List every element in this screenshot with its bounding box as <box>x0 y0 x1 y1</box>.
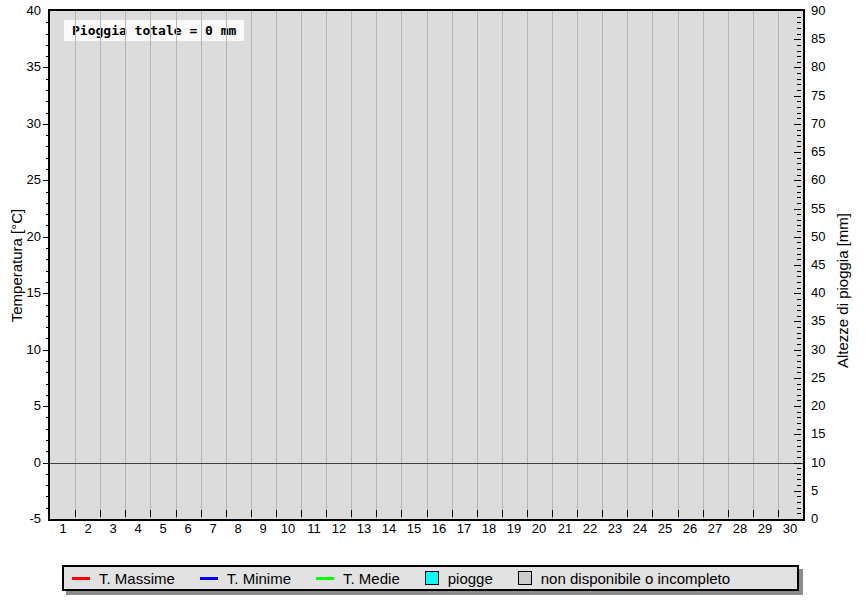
x-axis-tick <box>728 510 729 517</box>
right-axis-tick <box>797 56 801 57</box>
gridline <box>778 11 779 519</box>
gridline <box>201 11 202 519</box>
x-tick-label: 25 <box>652 521 678 536</box>
gridline <box>678 11 679 519</box>
right-axis-tick <box>797 231 801 232</box>
right-axis-tick <box>797 502 801 503</box>
right-axis-tick <box>797 51 801 52</box>
right-axis-tick <box>797 163 801 164</box>
y-right-tick-label: 0 <box>811 511 851 527</box>
gridline <box>150 11 151 519</box>
legend-label-piogge: piogge <box>448 570 493 587</box>
right-axis-tick <box>797 84 801 85</box>
left-axis-tick <box>46 282 50 283</box>
right-axis-tick <box>794 406 801 407</box>
x-axis-tick <box>401 510 402 517</box>
left-axis-tick <box>46 305 50 306</box>
right-axis-tick <box>797 299 801 300</box>
legend-swatch-non-disponibile <box>518 571 532 585</box>
right-axis-tick <box>797 485 801 486</box>
x-axis-tick <box>502 510 503 517</box>
x-axis-tick <box>678 510 679 517</box>
right-axis-tick <box>797 254 801 255</box>
y-left-tick-label: 10 <box>0 342 41 358</box>
left-axis-tick <box>46 192 50 193</box>
gridline <box>351 11 352 519</box>
x-tick-label: 11 <box>301 521 327 536</box>
x-tick-label: 18 <box>476 521 502 536</box>
left-axis-tick <box>46 271 50 272</box>
right-axis-tick <box>797 45 801 46</box>
right-axis-tick <box>797 508 801 509</box>
x-tick-label: 12 <box>326 521 352 536</box>
right-axis-tick <box>797 107 801 108</box>
right-axis-tick <box>797 355 801 356</box>
x-tick-label: 19 <box>501 521 527 536</box>
x-tick-label: 4 <box>125 521 151 536</box>
x-axis-tick <box>100 510 101 517</box>
legend: T. MassimeT. MinimeT. Mediepioggenon dis… <box>62 565 799 591</box>
x-axis-tick <box>125 510 126 517</box>
right-axis-tick <box>797 496 801 497</box>
left-axis-tick <box>46 22 50 23</box>
x-tick-label: 3 <box>100 521 126 536</box>
x-tick-label: 22 <box>577 521 603 536</box>
right-axis-tick <box>797 440 801 441</box>
y-left-tick-label: -5 <box>0 511 41 527</box>
left-axis-tick <box>46 90 50 91</box>
y-right-tick-label: 40 <box>811 285 851 301</box>
right-axis-tick <box>794 321 801 322</box>
gridline <box>502 11 503 519</box>
legend-item-t-minime: T. Minime <box>200 570 291 587</box>
x-tick-label: 8 <box>225 521 251 536</box>
left-axis-tick <box>46 338 50 339</box>
x-tick-label: 17 <box>451 521 477 536</box>
left-axis-tick <box>43 463 50 464</box>
left-axis-tick <box>46 34 50 35</box>
x-axis-tick <box>452 510 453 517</box>
gridline <box>176 11 177 519</box>
right-axis-tick <box>797 130 801 131</box>
legend-item-t-massime: T. Massime <box>72 570 175 587</box>
right-axis-tick <box>797 248 801 249</box>
left-axis-title: Temperatura [°C] <box>7 116 26 416</box>
y-right-tick-label: 45 <box>811 257 851 273</box>
zero-temperature-line <box>50 463 803 464</box>
gridline <box>427 11 428 519</box>
left-axis-tick <box>43 124 50 125</box>
x-axis-tick <box>652 510 653 517</box>
right-axis-tick <box>797 225 801 226</box>
y-right-tick-label: 10 <box>811 455 851 471</box>
right-axis-tick <box>797 62 801 63</box>
gridline <box>75 11 76 519</box>
gridline <box>577 11 578 519</box>
rain-total-annotation: Pioggia totale = 0 mm <box>64 20 244 41</box>
x-axis-tick <box>703 510 704 517</box>
right-axis-tick <box>797 417 801 418</box>
left-axis-tick <box>46 508 50 509</box>
left-axis-tick <box>46 101 50 102</box>
x-tick-label: 30 <box>777 521 803 536</box>
right-axis-tick <box>794 237 801 238</box>
x-axis-tick <box>577 510 578 517</box>
left-axis-tick <box>46 372 50 373</box>
right-axis-tick <box>797 141 801 142</box>
y-right-tick-label: 75 <box>811 88 851 104</box>
right-axis-tick <box>797 175 801 176</box>
gridline <box>728 11 729 519</box>
right-axis-tick <box>794 434 801 435</box>
x-axis-tick <box>351 510 352 517</box>
right-axis-tick <box>794 39 801 40</box>
right-axis-tick <box>797 451 801 452</box>
right-axis-tick <box>797 479 801 480</box>
right-axis-tick <box>797 474 801 475</box>
x-axis-tick <box>627 510 628 517</box>
x-tick-label: 7 <box>200 521 226 536</box>
legend-label-t-massime: T. Massime <box>99 570 175 587</box>
x-axis-tick <box>753 510 754 517</box>
gridline <box>100 11 101 519</box>
x-tick-label: 28 <box>727 521 753 536</box>
right-axis-tick <box>797 276 801 277</box>
right-axis-tick <box>797 113 801 114</box>
right-axis-tick <box>794 463 801 464</box>
